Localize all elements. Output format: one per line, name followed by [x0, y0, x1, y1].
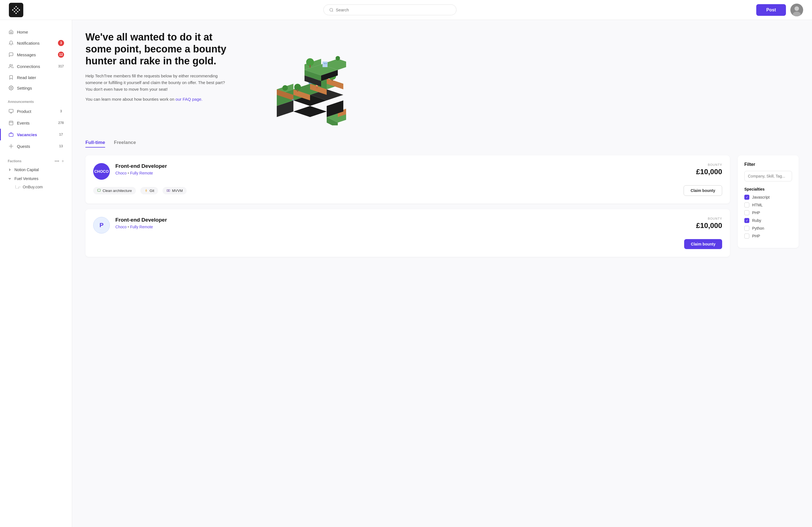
job-company-2: Choco • Fully Remote — [115, 225, 691, 229]
checkbox-html[interactable] — [744, 202, 749, 208]
sidebar-item-messages[interactable]: Messages 12 — [0, 49, 72, 60]
sidebar-item-vacancies[interactable]: Vacancies 17 — [0, 129, 72, 140]
job-tag-clean-architecture: Clean architecture — [93, 187, 136, 195]
bookmark-icon — [9, 75, 14, 80]
sidebar-item-events[interactable]: Events 278 — [0, 117, 72, 129]
avatar[interactable] — [791, 4, 803, 16]
hero-illustration — [241, 31, 346, 127]
specialty-javascript: ✓ Javascript — [744, 195, 792, 200]
svg-rect-7 — [16, 13, 17, 14]
svg-marker-26 — [293, 106, 327, 117]
sidebar-item-quests[interactable]: Quests 13 — [0, 140, 72, 152]
city-illustration — [241, 31, 346, 125]
tab-freelance[interactable]: Freelance — [114, 140, 136, 147]
svg-rect-46 — [332, 79, 333, 81]
faction-label-notion: Notion Capital — [14, 168, 39, 172]
svg-rect-8 — [16, 10, 17, 11]
sidebar-label-settings: Settings — [17, 86, 64, 90]
checkbox-javascript[interactable]: ✓ — [744, 195, 749, 200]
job-card-top-1: CHOCO Front-end Developer Choco • Fully … — [93, 163, 722, 180]
specialties-title: Specialties — [744, 187, 792, 191]
checkbox-ruby[interactable]: ✓ — [744, 218, 749, 223]
svg-rect-5 — [14, 11, 15, 12]
job-tabs: Full-time Freelance — [85, 140, 799, 147]
sidebar-label-read-later: Read later — [17, 75, 64, 80]
job-title-1: Front-end Developer — [115, 163, 691, 169]
svg-rect-1 — [14, 8, 15, 9]
sidebar-item-home[interactable]: Home — [0, 27, 72, 37]
checkbox-php2[interactable] — [744, 233, 749, 239]
factions-add-icon[interactable]: + — [61, 159, 64, 163]
calendar-icon — [9, 120, 14, 125]
sidebar-label-vacancies: Vacancies — [17, 132, 55, 137]
sidebar-item-settings[interactable]: Settings — [0, 83, 72, 93]
svg-rect-44 — [297, 89, 298, 91]
job-info-2: Front-end Developer Choco • Fully Remote — [115, 217, 691, 229]
quests-badge: 13 — [58, 143, 64, 149]
home-icon — [9, 29, 14, 34]
vacancies-badge: 17 — [58, 131, 64, 138]
search-bar[interactable] — [323, 4, 456, 15]
sidebar-item-connections[interactable]: Connections 317 — [0, 60, 72, 72]
svg-rect-4 — [19, 10, 20, 11]
claim-button-2[interactable]: Claim bounty — [684, 239, 722, 249]
svg-point-59 — [306, 58, 314, 66]
faction-onbuy[interactable]: OnBuy.com — [0, 183, 72, 191]
faction-fuel-ventures[interactable]: Fuel Ventures — [0, 174, 72, 183]
factions-more-icon[interactable]: ••• — [55, 159, 59, 163]
sidebar: Home Notifications 3 Messages 12 — [0, 20, 72, 527]
job-location-2[interactable]: Fully Remote — [130, 225, 153, 229]
svg-rect-6 — [17, 11, 18, 12]
job-location-1[interactable]: Fully Remote — [130, 171, 153, 175]
sidebar-label-connections: Connections — [17, 64, 55, 69]
job-card-2: P Front-end Developer Choco • Fully Remo… — [85, 209, 730, 257]
faq-link[interactable]: our FAQ page. — [176, 97, 203, 101]
svg-rect-65 — [292, 99, 294, 100]
claim-button-1[interactable]: Claim bounty — [684, 185, 722, 196]
tab-fulltime[interactable]: Full-time — [85, 140, 105, 147]
faction-notion-capital[interactable]: Notion Capital — [0, 165, 72, 174]
job-bounty-2: BOUNTY £10,000 — [696, 217, 722, 230]
specialty-label-php2: PHP — [752, 234, 760, 238]
checkbox-php[interactable] — [744, 210, 749, 215]
sidebar-label-events: Events — [17, 120, 55, 125]
sidebar-item-notifications[interactable]: Notifications 3 — [0, 37, 72, 49]
specialty-label-ruby: Ruby — [752, 218, 761, 223]
sidebar-item-product[interactable]: Product 3 — [0, 105, 72, 117]
notifications-badge: 3 — [58, 40, 64, 46]
announcements-nav: Product 3 Events 278 Vacancies 17 — [0, 105, 72, 152]
sidebar-item-read-later[interactable]: Read later — [0, 72, 72, 83]
filter-input[interactable] — [744, 171, 792, 181]
specialty-html: HTML — [744, 202, 792, 208]
bell-icon — [9, 41, 14, 45]
vacancies-icon — [9, 132, 14, 137]
svg-rect-2 — [17, 8, 18, 9]
topnav-right: Post — [756, 4, 803, 16]
messages-badge: 12 — [58, 52, 64, 58]
svg-rect-58 — [325, 63, 327, 64]
main-content: We've all wanted to do it at some point,… — [72, 20, 812, 527]
specialty-python: Python — [744, 226, 792, 231]
post-button[interactable]: Post — [756, 4, 786, 16]
chevron-right-icon — [8, 168, 12, 172]
svg-rect-25 — [18, 187, 20, 189]
svg-point-66 — [336, 56, 340, 60]
sidebar-label-messages: Messages — [17, 53, 55, 57]
hero-body1: Help TechTree members fill the requests … — [85, 73, 230, 92]
events-badge: 278 — [58, 120, 64, 126]
search-input[interactable] — [336, 8, 451, 12]
product-icon — [9, 109, 14, 114]
mvvm-icon — [166, 189, 170, 193]
announcements-label: Announcements — [0, 96, 72, 105]
svg-rect-3 — [12, 10, 13, 11]
logo[interactable] — [9, 3, 23, 17]
chevron-down-icon — [8, 177, 12, 181]
job-title-2: Front-end Developer — [115, 217, 691, 223]
bounty-label-1: BOUNTY — [696, 163, 722, 167]
job-tag-mvvm: MVVM — [162, 187, 187, 195]
svg-rect-71 — [167, 190, 168, 192]
checkbox-python[interactable] — [744, 226, 749, 231]
factions-header: Factions ••• + — [0, 154, 72, 165]
sidebar-label-home: Home — [17, 30, 64, 34]
git-icon — [144, 189, 148, 193]
